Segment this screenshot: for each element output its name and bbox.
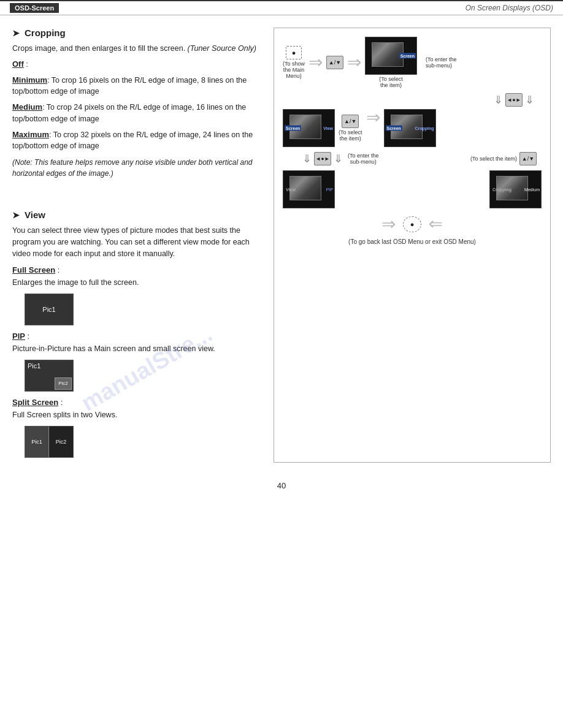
cropping-desc: Crops image, and then enlarges it to fil… <box>12 43 264 55</box>
maximum-label: Maximum <box>12 130 49 139</box>
go-back-text: (To go back last OSD Menu or exit OSD Me… <box>348 238 476 245</box>
pip-label-3: PIP <box>326 188 333 192</box>
view-title: View <box>25 210 45 220</box>
cropping-note: (Note: This feature helps remove any noi… <box>12 157 264 179</box>
osd-nav-diagram: ● (To showthe MainMenu) ⇒ ▲/▼ ⇒ Screen ( <box>280 34 544 248</box>
full-screen-colon: : <box>55 265 59 275</box>
tv-medium-box: Cropping Medium <box>489 170 542 208</box>
ctrl-back-circle: ● <box>403 216 421 232</box>
split-screen-option: Split Screen : Full Screen splits in two… <box>12 398 264 421</box>
enter-submenu-caption-1: (To enter thesub-menu) <box>426 56 457 69</box>
down-arrow-1: ⇓ <box>494 93 503 107</box>
minimum-option: Minimum: To crop 16 pixels on the R/L ed… <box>12 74 264 98</box>
full-screen-diagram: Pic1 <box>25 294 264 325</box>
enter-submenu-caption-2: (To enter thesub-menu) <box>348 153 379 165</box>
arrow-right-3: ⇒ <box>366 109 380 126</box>
osd-row-3: View PIP Cropping Medium <box>283 170 542 208</box>
arrow-right-2: ⇒ <box>347 54 361 71</box>
maximum-option: Maximum: To crop 32 pixels on the R/L ed… <box>12 129 264 153</box>
view-label-2: View <box>323 126 333 131</box>
ctrl-ud-4: ▲/▼ <box>519 152 537 165</box>
right-column: ● (To showthe MainMenu) ⇒ ▲/▼ ⇒ Screen ( <box>274 28 551 463</box>
select-item-caption-1: (To selectthe item) <box>379 76 403 88</box>
osd-row-2: Screen View ▲/▼ (To selectthe item) ⇒ Sc… <box>283 109 542 147</box>
pip-pic2-box: Pic2 <box>55 377 72 390</box>
pip-main-box: Pic1 Pic2 <box>25 360 74 392</box>
go-back-caption: (To go back last OSD Menu or exit OSD Me… <box>283 237 542 246</box>
split-box: Pic1 Pic2 <box>25 426 74 458</box>
medium-option: Medium: To crop 24 pixels on the R/L edg… <box>12 101 264 125</box>
page-number: 40 <box>0 475 563 502</box>
screen-label-2: Screen <box>285 126 301 131</box>
select-item-caption-3: (To select the item) <box>470 156 517 162</box>
cropping-title: Cropping <box>25 28 66 38</box>
cropping-label-3: Cropping <box>491 187 513 192</box>
pip-pic1-label: Pic1 <box>25 360 40 370</box>
ctrl-ud-1: ▲/▼ <box>326 56 343 69</box>
split-screen-desc: Full Screen splits in two Views. <box>12 409 264 421</box>
split-screen-diagram: Pic1 Pic2 <box>25 426 264 458</box>
split-screen-colon: : <box>58 398 63 407</box>
pip-pic2-label: Pic2 <box>58 381 68 386</box>
down-arrow-2b: ⇓ <box>334 152 343 165</box>
off-label: Off <box>12 59 24 69</box>
pip-option: PIP : Picture-in-Picture has a Main scre… <box>12 332 264 355</box>
pic1-label: Pic1 <box>42 306 55 313</box>
pic1-box: Pic1 <box>25 294 74 325</box>
split-pic2: Pic2 <box>49 427 73 457</box>
header-bar: OSD-Screen On Screen Displays (OSD) <box>0 0 563 15</box>
down-arrow-1b: ⇓ <box>525 93 534 107</box>
pip-diagram: Pic1 Pic2 <box>25 360 264 392</box>
back-arrow-left: ⇒ <box>381 216 396 233</box>
split-pic1-label: Pic1 <box>31 439 42 445</box>
split-pic2-label: Pic2 <box>56 439 67 445</box>
osd-row-1: ● (To showthe MainMenu) ⇒ ▲/▼ ⇒ Screen ( <box>283 37 542 88</box>
cropping-heading: ➤ Cropping <box>12 28 264 38</box>
down-arrow-area-1: ⇓ ◄●► ⇓ <box>283 93 542 107</box>
view-label-3: View <box>285 187 297 192</box>
medium-label-3: Medium <box>524 188 540 192</box>
back-arrow-right: ⇒ <box>429 216 443 233</box>
ctrl-main-dashed: ● <box>286 46 302 59</box>
view-arrow-icon: ➤ <box>12 210 20 220</box>
minimum-desc: : To crop 16 pixels on the R/L edge of i… <box>12 76 247 96</box>
tv-cropping-box: Screen Cropping <box>384 109 436 147</box>
down-arrow-2: ⇓ <box>302 152 312 165</box>
select-item-caption-2: (To selectthe item) <box>339 129 362 142</box>
ctrl-ud-3: ◄●► <box>314 152 331 165</box>
minimum-label: Minimum <box>12 75 47 85</box>
off-option: Off : <box>12 58 264 70</box>
pip-desc: Picture-in-Picture has a Main screen and… <box>12 343 264 355</box>
screen-label: Screen <box>399 53 416 59</box>
ctrl-ud-submenu-1: ◄●► <box>505 93 523 107</box>
show-main-caption: (To showthe MainMenu) <box>283 61 305 79</box>
view-desc: You can select three view types of pictu… <box>12 225 264 259</box>
pip-label: PIP <box>12 332 25 341</box>
full-screen-desc: Enlarges the image to full the screen. <box>12 277 264 289</box>
tv-view-box: Screen View <box>283 109 335 147</box>
medium-label: Medium <box>12 102 42 112</box>
screen-label-3: Screen <box>386 126 402 131</box>
split-pic1: Pic1 <box>25 427 49 457</box>
full-screen-label: Full Screen <box>12 265 55 275</box>
left-column: ➤ Cropping Crops image, and then enlarge… <box>12 28 264 463</box>
tv-screen-box: Screen <box>365 37 417 75</box>
cropping-arrow-icon: ➤ <box>12 28 20 38</box>
header-right-label: On Screen Displays (OSD) <box>465 4 553 12</box>
off-colon: : <box>24 60 28 69</box>
cropping-label-2: Cropping <box>415 126 434 131</box>
ctrl-ud-2: ▲/▼ <box>342 115 359 128</box>
pip-colon: : <box>25 332 29 341</box>
view-heading: ➤ View <box>12 210 264 220</box>
tv-pip-box: View PIP <box>283 170 335 208</box>
full-screen-option: Full Screen : Enlarges the image to full… <box>12 265 264 289</box>
split-screen-label: Split Screen <box>12 398 58 407</box>
medium-desc: : To crop 24 pixels on the R/L edge of i… <box>12 103 246 123</box>
row2-arrows: ⇓ ◄●► ⇓ (To enter thesub-menu) (To selec… <box>283 150 542 168</box>
header-left-label: OSD-Screen <box>10 3 59 13</box>
osd-row-4: ⇒ ● ⇒ <box>283 216 542 233</box>
main-content: ➤ Cropping Crops image, and then enlarge… <box>0 15 563 475</box>
arrow-right-1: ⇒ <box>308 54 323 71</box>
